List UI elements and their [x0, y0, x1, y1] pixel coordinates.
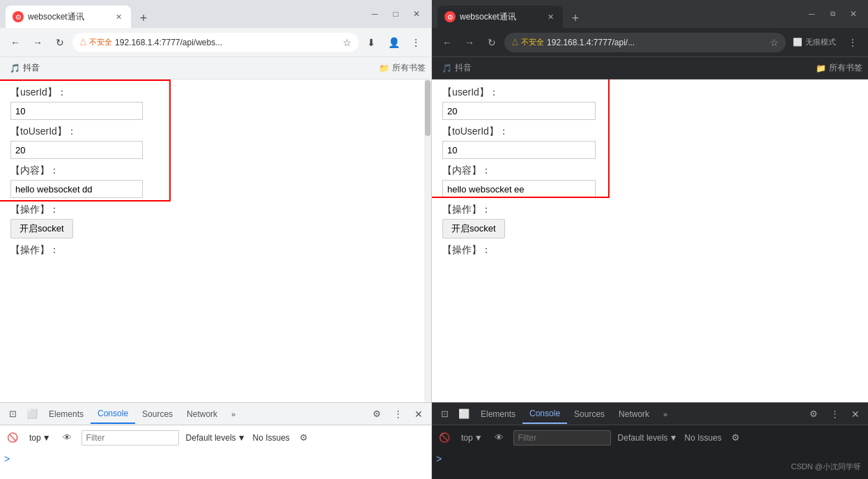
left-back-btn[interactable]: ←: [6, 33, 25, 52]
right-all-bookmarks[interactable]: 📁 所有书签: [816, 62, 862, 74]
right-userid-input[interactable]: [442, 102, 596, 120]
left-devtools-settings-icon[interactable]: ⚙: [367, 404, 387, 424]
right-bookmark-tiktok[interactable]: 🎵 抖音: [437, 61, 476, 75]
right-dt-more-tabs[interactable]: »: [656, 404, 674, 424]
left-devtools-close-icon[interactable]: ✕: [409, 404, 428, 424]
right-minimize-btn[interactable]: ─: [803, 5, 821, 23]
left-window-controls: ─ □ ✕: [366, 5, 426, 23]
left-tab-favicon: ⊙: [13, 11, 24, 22]
left-operation1-label: 【操作】：: [10, 204, 421, 216]
left-tab-title: websocket通讯: [28, 11, 109, 23]
right-devtools-settings-icon[interactable]: ⚙: [804, 404, 823, 424]
left-default-levels-label: Default levels: [186, 433, 236, 443]
left-console-settings-icon[interactable]: ⚙: [294, 428, 313, 448]
right-content-input[interactable]: [442, 180, 596, 198]
right-url-box[interactable]: △ 不安全 192.168.1.4:7777/api/... ☆: [504, 33, 786, 52]
left-minimize-btn[interactable]: ─: [366, 5, 384, 23]
right-console-dropdown-arrow: ▼: [474, 433, 483, 443]
right-dt-tab-network[interactable]: Network: [612, 404, 656, 424]
right-console-cursor: >: [436, 453, 442, 464]
right-new-tab-btn[interactable]: +: [566, 8, 585, 28]
right-menu-btn[interactable]: ⋮: [843, 33, 862, 52]
right-tab-bar: ⊙ websocket通讯 ✕ + ─ ⧉ ✕: [432, 0, 868, 28]
left-content-input[interactable]: [10, 180, 143, 198]
left-console-eye-icon[interactable]: 👁: [58, 428, 77, 448]
left-scrollbar[interactable]: [424, 79, 431, 402]
right-forward-btn[interactable]: →: [460, 33, 479, 52]
left-refresh-btn[interactable]: ↻: [50, 33, 70, 52]
left-bookmark-tiktok[interactable]: 🎵 抖音: [6, 61, 44, 75]
right-userid-section: 【userId】：: [442, 86, 858, 120]
left-dt-tab-console[interactable]: Console: [91, 404, 135, 424]
left-devtools: ⊡ ⬜ Elements Console Sources Network » ⚙…: [0, 402, 431, 479]
right-tiktok-icon: 🎵: [442, 63, 452, 73]
left-console-bar: 🚫 top ▼ 👁 Default levels ▼ No Issues ⚙: [0, 425, 431, 450]
left-console-ban-icon[interactable]: 🚫: [3, 428, 22, 448]
right-console-top-dropdown[interactable]: top ▼: [458, 432, 486, 444]
right-tab-favicon: ⊙: [444, 11, 456, 22]
left-new-tab-btn[interactable]: +: [134, 8, 153, 28]
left-bookmark-icon[interactable]: ☆: [343, 37, 352, 48]
left-url-box[interactable]: △ 不安全 192.168.1.4:7777/api/webs... ☆: [72, 33, 359, 52]
left-devtools-overflow-icon[interactable]: ⋮: [388, 404, 408, 424]
right-touserid-input[interactable]: [442, 141, 596, 159]
right-console-filter-input[interactable]: [513, 430, 611, 446]
left-devtools-device-icon[interactable]: ⬜: [22, 404, 42, 424]
right-console-ban-icon[interactable]: 🚫: [435, 428, 454, 448]
left-dt-tab-sources[interactable]: Sources: [135, 404, 180, 424]
right-tab-close[interactable]: ✕: [545, 11, 556, 22]
left-tiktok-label: 抖音: [23, 62, 40, 74]
right-content-label: 【内容】：: [442, 165, 858, 177]
right-console-levels-dropdown[interactable]: Default levels ▼: [615, 432, 681, 444]
left-all-bookmarks[interactable]: 📁 所有书签: [379, 62, 426, 74]
left-operation1-section: 【操作】： 开启socket: [10, 204, 421, 238]
right-dt-tab-sources[interactable]: Sources: [567, 404, 612, 424]
left-console-levels-dropdown[interactable]: Default levels ▼: [183, 432, 249, 444]
right-dt-tab-elements[interactable]: Elements: [474, 404, 522, 424]
left-console-filter-input[interactable]: [82, 430, 179, 446]
left-socket-btn[interactable]: 开启socket: [10, 219, 73, 238]
right-all-bookmarks-label: 所有书签: [829, 62, 862, 74]
right-socket-btn[interactable]: 开启socket: [442, 219, 505, 238]
right-console-eye-icon[interactable]: 👁: [490, 428, 509, 448]
right-devtools-close-icon[interactable]: ✕: [846, 404, 865, 424]
left-touserid-input[interactable]: [10, 141, 143, 159]
right-dt-tab-console[interactable]: Console: [522, 404, 567, 424]
left-console-cursor: >: [4, 453, 10, 464]
left-dt-more-tabs[interactable]: »: [224, 404, 242, 424]
right-incognito-icon: ⬜: [793, 38, 803, 47]
left-download-btn[interactable]: ⬇: [362, 33, 381, 52]
left-tab-close[interactable]: ✕: [113, 11, 124, 22]
left-forward-btn[interactable]: →: [28, 33, 47, 52]
left-touserid-section: 【toUserId】：: [10, 126, 421, 159]
right-console-settings-icon[interactable]: ⚙: [726, 428, 745, 448]
left-content-label: 【内容】：: [10, 165, 421, 177]
right-operation2-section: 【操作】：: [442, 244, 858, 257]
right-content-section: 【内容】：: [442, 165, 858, 198]
left-folder-icon: 📁: [379, 63, 389, 73]
left-dt-tab-elements[interactable]: Elements: [42, 404, 91, 424]
left-active-tab[interactable]: ⊙ websocket通讯 ✕: [6, 6, 131, 28]
left-dt-tab-network[interactable]: Network: [180, 404, 224, 424]
left-profile-btn[interactable]: 👤: [384, 33, 403, 52]
right-refresh-btn[interactable]: ↻: [482, 33, 502, 52]
left-console-top-dropdown[interactable]: top ▼: [26, 432, 54, 444]
right-devtools-inspect-icon[interactable]: ⊡: [435, 404, 454, 424]
right-bookmark-icon[interactable]: ☆: [770, 37, 779, 48]
right-back-btn[interactable]: ←: [437, 33, 457, 52]
left-operation2-label: 【操作】：: [10, 244, 421, 257]
left-menu-btn[interactable]: ⋮: [406, 33, 426, 52]
left-tab-bar: ⊙ websocket通讯 ✕ + ─ □ ✕: [0, 0, 431, 28]
right-operation1-label: 【操作】：: [442, 204, 858, 216]
right-active-tab[interactable]: ⊙ websocket通讯 ✕: [437, 6, 563, 28]
right-devtools-device-icon[interactable]: ⬜: [454, 404, 474, 424]
left-userid-label: 【userId】：: [10, 86, 421, 99]
left-userid-input[interactable]: [10, 102, 143, 120]
left-content-section: 【内容】：: [10, 165, 421, 198]
left-devtools-inspect-icon[interactable]: ⊡: [3, 404, 22, 424]
right-close-btn[interactable]: ✕: [844, 5, 862, 23]
left-restore-btn[interactable]: □: [387, 5, 405, 23]
left-close-btn[interactable]: ✕: [408, 5, 426, 23]
right-devtools-overflow-icon[interactable]: ⋮: [825, 404, 844, 424]
right-restore-btn[interactable]: ⧉: [823, 5, 842, 23]
